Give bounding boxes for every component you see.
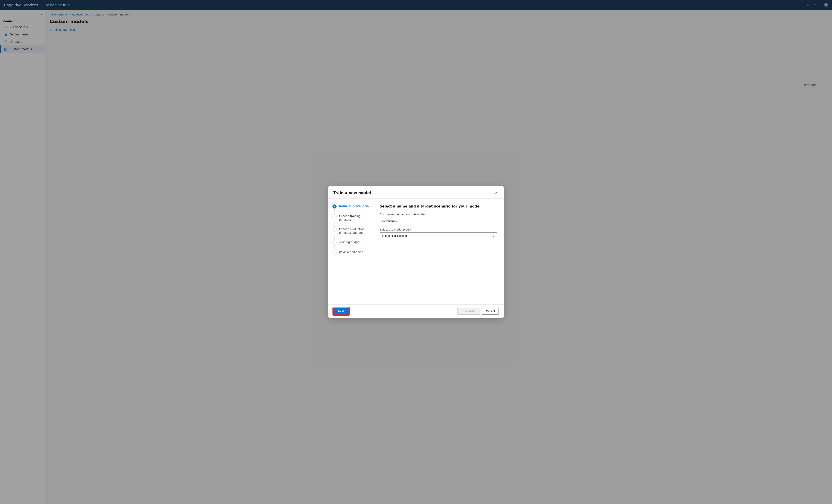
- model-type-required: *: [410, 228, 411, 231]
- cancel-button[interactable]: Cancel: [482, 308, 499, 315]
- dialog-title: Train a new model: [333, 191, 371, 195]
- dialog-header: Train a new model ×: [329, 186, 503, 198]
- train-model-button[interactable]: Train model: [457, 308, 480, 315]
- step-label-3: Choose evaluation datasets (Optional): [339, 227, 369, 235]
- step-connector-2: [335, 221, 335, 227]
- model-name-input[interactable]: [380, 217, 497, 224]
- step-circle-1: [333, 205, 337, 209]
- step-connector-4: [335, 244, 335, 250]
- model-type-select-wrapper: Image classification Object detection Pr…: [380, 232, 497, 239]
- step-evaluation-datasets: Choose evaluation datasets (Optional): [333, 227, 369, 235]
- dialog-close-button[interactable]: ×: [494, 190, 499, 195]
- modal-overlay: Train a new model × Name and scenario Ch…: [0, 0, 832, 504]
- step-name-scenario: Name and scenario: [333, 204, 369, 209]
- form-section-title: Select a name and a target scenario for …: [380, 204, 497, 208]
- step-training-budget: Training budget: [333, 240, 369, 244]
- form-panel: Select a name and a target scenario for …: [373, 198, 503, 304]
- step-circle-4: [333, 240, 337, 244]
- model-type-field: Select the model type * Image classifica…: [380, 228, 497, 239]
- model-type-select[interactable]: Image classification Object detection Pr…: [380, 232, 497, 239]
- model-name-label: Customize the name of this model *: [380, 213, 497, 216]
- step-training-datasets: Choose training datasets: [333, 214, 369, 221]
- step-circle-3: [333, 228, 337, 232]
- dialog-footer: Next Train model Cancel: [329, 304, 503, 318]
- step-review-finish: Review and finish: [333, 250, 369, 255]
- steps-panel: Name and scenario Choose training datase…: [329, 198, 373, 304]
- step-label-4: Training budget: [339, 240, 360, 244]
- step-label-2: Choose training datasets: [339, 214, 369, 221]
- dialog-body: Name and scenario Choose training datase…: [329, 198, 503, 304]
- model-name-required: *: [426, 213, 427, 216]
- step-connector-3: [335, 235, 335, 240]
- step-connector-1: [335, 209, 335, 214]
- step-label-5: Review and finish: [339, 250, 363, 254]
- step-circle-5: [333, 250, 337, 255]
- train-model-dialog: Train a new model × Name and scenario Ch…: [329, 186, 503, 318]
- step-circle-2: [333, 214, 337, 218]
- model-type-label: Select the model type *: [380, 228, 497, 231]
- step-label-1: Name and scenario: [339, 204, 369, 208]
- model-name-field: Customize the name of this model *: [380, 213, 497, 224]
- next-button[interactable]: Next: [333, 308, 349, 315]
